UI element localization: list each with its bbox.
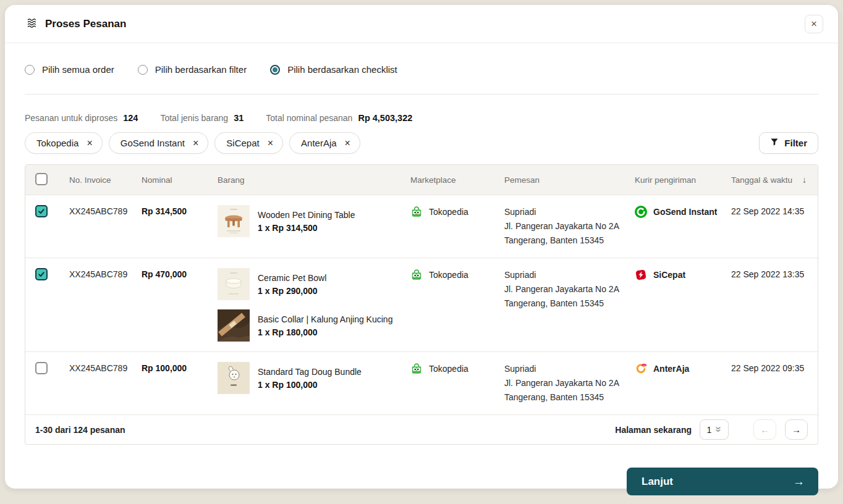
order-nominal: Rp 314,500 <box>142 205 218 216</box>
invoice-number: XX245ABC789 <box>69 268 142 279</box>
close-button[interactable]: × <box>805 15 823 33</box>
chip-label: GoSend Instant <box>121 138 185 148</box>
filter-chip[interactable]: SiCepat× <box>214 132 283 154</box>
column-header-invoice: No. Invoice <box>69 175 142 185</box>
double-chevron-down-icon <box>715 425 721 435</box>
marketplace-name: Tokopedia <box>429 270 468 280</box>
product-item: Basic Collar | Kalung Anjing Kucing 1 x … <box>218 309 398 342</box>
filter-chip[interactable]: AnterAja× <box>289 132 360 154</box>
summary-stat: Total nominal pesanan Rp 4,503,322 <box>266 113 412 123</box>
marketplace-cell: Tokopedia <box>410 205 504 218</box>
checkmark-icon <box>38 271 45 278</box>
column-header-tanggal: Tanggal & waktu <box>731 175 792 185</box>
column-header-pemesan: Pemesan <box>504 175 635 185</box>
stat-label: Total jenis barang <box>160 113 228 123</box>
filter-button[interactable]: Filter <box>759 132 818 154</box>
order-datetime: 22 Sep 2022 09:35 <box>731 362 808 373</box>
radio-label: Pilih berdasarkan filter <box>155 64 247 75</box>
radio-pilih-berdasarkan-checklist[interactable]: Pilih berdasarkan checklist <box>270 64 397 75</box>
order-items: Standard Tag Doug Bundle 1 x Rp 100,000 <box>218 362 410 394</box>
customer-cell: Supriadi Jl. Pangeran Jayakarta No 2A Ta… <box>504 362 635 405</box>
courier-name: AnterAja <box>653 364 689 374</box>
radio-label: Pilih berdasarkan checklist <box>287 64 397 75</box>
order-row: XX245ABC789 Rp 314,500 Wooden Pet Dining… <box>25 195 818 258</box>
product-qty-price: 1 x Rp 100,000 <box>258 380 362 390</box>
column-header-marketplace: Marketplace <box>410 175 504 185</box>
customer-cell: Supriadi Jl. Pangeran Jayakarta No 2A Ta… <box>504 205 635 248</box>
radio-pilih-berdasarkan-filter[interactable]: Pilih berdasarkan filter <box>138 64 247 75</box>
arrow-right-icon: → <box>793 475 805 489</box>
marketplace-cell: Tokopedia <box>410 268 504 281</box>
selection-mode-radios: Pilih semua order Pilih berdasarkan filt… <box>25 64 818 75</box>
courier-cell: SiCepat <box>635 268 731 281</box>
sort-descending-icon[interactable]: ↓ <box>802 175 807 185</box>
order-datetime: 22 Sep 2022 14:35 <box>731 205 808 216</box>
product-name: Basic Collar | Kalung Anjing Kucing <box>258 314 392 324</box>
radio-circle-icon <box>270 65 280 75</box>
remove-chip-icon[interactable]: × <box>345 138 350 148</box>
customer-address-line1: Jl. Pangeran Jayakarta No 2A <box>504 219 635 233</box>
select-all-checkbox[interactable] <box>35 173 48 185</box>
row-checkbox[interactable] <box>35 362 48 374</box>
customer-address-line1: Jl. Pangeran Jayakarta No 2A <box>504 282 635 296</box>
marketplace-cell: Tokopedia <box>410 362 504 375</box>
table-body: XX245ABC789 Rp 314,500 Wooden Pet Dining… <box>25 195 818 414</box>
product-qty-price: 1 x Rp 180,000 <box>258 327 392 337</box>
radio-label: Pilih semua order <box>42 64 114 75</box>
stat-label: Pesanan untuk diproses <box>25 113 117 123</box>
column-header-barang: Barang <box>218 175 410 185</box>
chip-label: SiCepat <box>226 138 259 148</box>
customer-name: Supriadi <box>504 362 635 376</box>
anteraja-icon <box>635 363 647 375</box>
remove-chip-icon[interactable]: × <box>268 138 273 148</box>
tag-bundle-photo <box>218 362 250 394</box>
courier-cell: AnterAja <box>635 362 731 375</box>
product-name: Standard Tag Doug Bundle <box>258 367 362 377</box>
radio-circle-icon <box>25 65 35 75</box>
radio-pilih-semua-order[interactable]: Pilih semua order <box>25 64 114 75</box>
filter-chip[interactable]: Tokopedia× <box>25 132 103 154</box>
order-row: XX245ABC789 Rp 470,000 Ceramic Pet Bowl … <box>25 258 818 351</box>
tokopedia-icon <box>410 269 423 281</box>
product-item: Wooden Pet Dining Table 1 x Rp 314,500 <box>218 205 398 237</box>
gosend-icon <box>635 206 647 218</box>
current-page-label: Halaman sekarang <box>615 425 692 435</box>
remove-chip-icon[interactable]: × <box>87 138 92 148</box>
marketplace-name: Tokopedia <box>429 207 468 217</box>
funnel-icon <box>770 138 779 148</box>
filter-chip[interactable]: GoSend Instant× <box>109 132 209 154</box>
customer-address-line2: Tangerang, Banten 15345 <box>504 390 635 405</box>
stat-value: Rp 4,503,322 <box>358 113 412 123</box>
page-title: Proses Pesanan <box>45 18 126 30</box>
table-footer: 1-30 dari 124 pesanan Halaman sekarang 1… <box>25 414 818 444</box>
courier-cell: GoSend Instant <box>635 205 731 218</box>
continue-button[interactable]: Lanjut → <box>627 468 818 495</box>
row-checkbox[interactable] <box>35 205 48 217</box>
stat-label: Total nominal pesanan <box>266 113 352 123</box>
customer-address-line2: Tangerang, Banten 15345 <box>504 296 635 311</box>
next-page-button[interactable]: → <box>785 419 808 440</box>
customer-name: Supriadi <box>504 268 635 282</box>
order-nominal: Rp 100,000 <box>142 362 218 373</box>
process-order-modal: Proses Pesanan × Pilih semua order Pilih… <box>5 5 838 489</box>
prev-page-button[interactable]: ← <box>753 419 776 440</box>
remove-chip-icon[interactable]: × <box>193 138 198 148</box>
tokopedia-icon <box>410 206 423 218</box>
invoice-number: XX245ABC789 <box>69 362 142 373</box>
product-item: Ceramic Pet Bowl 1 x Rp 290,000 <box>218 268 398 300</box>
results-range-text: 1-30 dari 124 pesanan <box>35 425 125 435</box>
order-row: XX245ABC789 Rp 100,000 Standard Tag Doug… <box>25 351 818 414</box>
product-qty-price: 1 x Rp 314,500 <box>258 223 355 233</box>
checkmark-icon <box>38 208 45 215</box>
page-select-dropdown[interactable]: 1 <box>700 419 729 440</box>
customer-cell: Supriadi Jl. Pangeran Jayakarta No 2A Ta… <box>504 268 635 311</box>
order-nominal: Rp 470,000 <box>142 268 218 279</box>
stat-value: 124 <box>123 113 138 123</box>
wooden-table-photo <box>218 205 250 237</box>
ceramic-bowl-photo <box>218 268 250 300</box>
table-header-row: No. Invoice Nominal Barang Marketplace P… <box>25 165 818 195</box>
waves-icon <box>27 19 38 30</box>
row-checkbox[interactable] <box>35 268 48 280</box>
column-header-nominal: Nominal <box>142 175 218 185</box>
product-name: Ceramic Pet Bowl <box>258 273 326 283</box>
